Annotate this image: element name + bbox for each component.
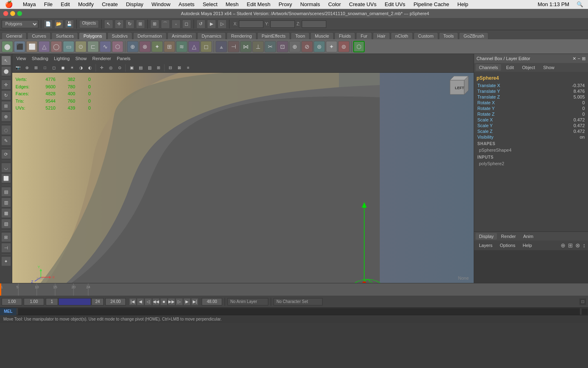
next-frame-btn[interactable]: ▶: [183, 298, 191, 305]
objects-button[interactable]: Objects: [79, 20, 99, 28]
layer-new-icon[interactable]: ⊕: [560, 242, 566, 249]
char-set-selector[interactable]: No Character Set: [274, 298, 323, 305]
grid-view-icon[interactable]: ⊞: [32, 64, 40, 72]
shelf-icon-cylinder[interactable]: ⬜: [26, 41, 38, 52]
grid-btn[interactable]: ⊞: [1, 232, 11, 242]
shelf-icon-target-weld[interactable]: ⊚: [338, 41, 350, 52]
panel-icon[interactable]: ⊠: [175, 64, 183, 72]
menu-help[interactable]: Help: [456, 1, 470, 7]
snap-surface-icon[interactable]: ◻: [182, 20, 191, 29]
layout-icon1[interactable]: ▣: [127, 64, 136, 72]
shelf-tab-custom[interactable]: Custom: [414, 32, 438, 39]
layer-tab-anim[interactable]: Anim: [520, 233, 537, 240]
snap-icon[interactable]: ✛: [98, 64, 106, 72]
menu-pipeline-cache[interactable]: Pipeline Cache: [412, 1, 451, 7]
cb-tab-show[interactable]: Show: [540, 64, 558, 71]
shelf-tab-polygons[interactable]: Polygons: [79, 32, 106, 39]
history-icon[interactable]: ↺: [196, 20, 205, 29]
cb-attr-scale-y[interactable]: Scale Y 0.472: [476, 123, 586, 128]
scene-background[interactable]: X Y Z Verts: 4776 382 0 Edges:: [12, 73, 474, 283]
apple-menu[interactable]: 🍎: [3, 0, 15, 8]
layer3-btn[interactable]: ▦: [1, 208, 11, 218]
layer-copy-icon[interactable]: ⊞: [567, 242, 574, 249]
menu-normals[interactable]: Normals: [298, 1, 321, 7]
cb-attr-translate-y[interactable]: Translate Y 8.476: [476, 88, 586, 94]
shelf-tab-subdivs[interactable]: Subdivs: [107, 32, 132, 39]
minimize-button[interactable]: [10, 11, 15, 16]
next-key-btn[interactable]: ▷: [176, 298, 183, 305]
cb-attr-rotate-y[interactable]: Rotate Y 0: [476, 105, 586, 111]
rotate-tool-icon[interactable]: ↻: [125, 20, 134, 29]
shelf-icon-split[interactable]: ✂: [265, 41, 276, 52]
menu-edit[interactable]: Edit: [59, 1, 71, 7]
vp-menu-lighting[interactable]: Lighting: [51, 56, 72, 61]
shelf-tab-animation[interactable]: Animation: [167, 32, 196, 39]
menu-color[interactable]: Color: [327, 1, 343, 7]
shelf-icon-pipe[interactable]: ⊏: [87, 41, 99, 52]
jump-end-btn[interactable]: ▶|: [191, 298, 198, 305]
snap-grid-icon[interactable]: ⊞: [150, 20, 159, 29]
open-file-icon[interactable]: 📂: [54, 20, 63, 29]
vp-menu-view[interactable]: View: [14, 56, 29, 61]
marquee-btn[interactable]: ⬜: [1, 173, 11, 183]
shelf-tab-rendering[interactable]: Rendering: [227, 32, 256, 39]
menu-select[interactable]: Select: [201, 1, 219, 7]
layer4-btn[interactable]: ▧: [1, 219, 11, 229]
play-back-btn[interactable]: ◀◀: [152, 298, 160, 305]
paint-select-btn[interactable]: ⬤: [1, 66, 11, 76]
ipr-icon[interactable]: ▷: [218, 20, 227, 29]
layer-sub-layers[interactable]: Layers: [476, 242, 496, 249]
auto-key-btn[interactable]: ⊡: [579, 298, 586, 305]
menu-modify[interactable]: Modify: [76, 1, 95, 7]
cb-attr-translate-x[interactable]: Translate X -0.374: [476, 83, 586, 88]
shape-name[interactable]: pSphereShape4: [476, 147, 586, 153]
jump-start-btn[interactable]: |◀: [129, 298, 136, 305]
light-icon[interactable]: ☀: [68, 64, 76, 72]
y-field[interactable]: [270, 20, 295, 28]
menu-mesh[interactable]: Mesh: [224, 1, 241, 7]
shelf-icon-sphere[interactable]: ⬤: [2, 41, 13, 52]
cb-tab-object[interactable]: Object: [519, 64, 538, 71]
cb-attr-scale-x[interactable]: Scale X 0.472: [476, 117, 586, 123]
camera-icon[interactable]: ⊟: [166, 64, 174, 72]
render-icon[interactable]: ▶: [207, 20, 216, 29]
menu-proxy[interactable]: Proxy: [277, 1, 294, 7]
shelf-icon-quadrangulate[interactable]: ◻: [200, 41, 212, 52]
menu-assets[interactable]: Assets: [177, 1, 196, 7]
move-tool-icon[interactable]: ✛: [115, 20, 124, 29]
menu-edit-uvs[interactable]: Edit UVs: [383, 1, 407, 7]
shelf-tab-toon[interactable]: Toon: [291, 32, 310, 39]
shelf-icon-extract[interactable]: ✦: [151, 41, 163, 52]
quick-sel-btn[interactable]: ✦: [1, 256, 11, 266]
range-start-field[interactable]: [24, 298, 44, 305]
shelf-icon-merge[interactable]: ✦: [326, 41, 337, 52]
lasso-btn[interactable]: ◡: [1, 163, 11, 173]
new-file-icon[interactable]: 📄: [44, 20, 53, 29]
snap-point-icon[interactable]: ◦: [172, 20, 180, 29]
cb-float-btn[interactable]: ⊞: [582, 56, 586, 61]
shelf-icon-bevel[interactable]: ⋈: [240, 41, 252, 52]
select-mode-btn[interactable]: ↖: [1, 56, 11, 65]
shelf-icon-boolean[interactable]: ⊞: [164, 41, 175, 52]
shelf-tab-curves[interactable]: Curves: [27, 32, 51, 39]
shelf-tab-gozbrush[interactable]: GoZBrush: [459, 32, 488, 39]
layer-tab-render[interactable]: Render: [498, 233, 519, 240]
menu-edit-mesh[interactable]: Edit Mesh: [245, 1, 272, 7]
shelf-tab-tools[interactable]: Tools: [439, 32, 459, 39]
mode-selector[interactable]: Polygons Animation Rigging Rendering: [2, 20, 38, 28]
snap-curve-icon[interactable]: ⌒: [161, 20, 170, 29]
playback-end1-field[interactable]: [105, 298, 126, 305]
prev-frame-btn[interactable]: ◀: [137, 298, 144, 305]
shelf-icon-smooth[interactable]: ≋: [176, 41, 187, 52]
shelf-tab-hair[interactable]: Hair: [373, 32, 390, 39]
menu-create[interactable]: Create: [100, 1, 119, 7]
cb-attr-scale-z[interactable]: Scale Z 0.472: [476, 128, 586, 134]
layout-icon3[interactable]: ▥: [145, 64, 154, 72]
timeline-ruler[interactable]: 1 5 10 15 20 24: [0, 283, 588, 296]
cb-attr-visibility[interactable]: Visibility on: [476, 134, 586, 140]
measure-btn[interactable]: ⊣: [1, 243, 11, 253]
input-name[interactable]: polySphere2: [476, 160, 586, 167]
shelf-icon-combine[interactable]: ⊕: [127, 41, 138, 52]
menu-file[interactable]: File: [42, 1, 54, 7]
cb-minimize-btn[interactable]: −: [578, 56, 580, 61]
